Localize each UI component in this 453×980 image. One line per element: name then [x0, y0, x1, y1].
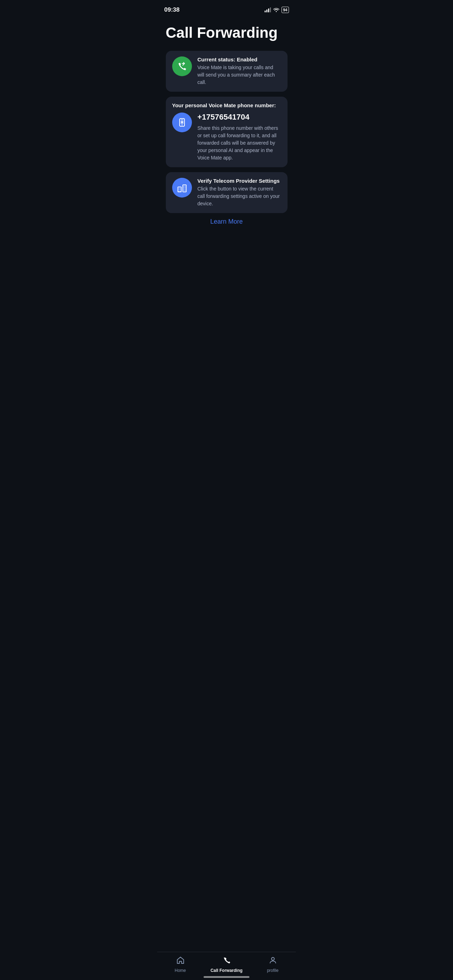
svg-rect-4 — [178, 187, 181, 192]
status-card-content: Current status: Enabled Voice Mate is ta… — [197, 56, 281, 86]
phone-number-icon — [172, 113, 192, 132]
svg-rect-5 — [183, 185, 186, 192]
phone-number-card: Your personal Voice Mate phone number: +… — [166, 97, 288, 167]
signal-icon — [265, 7, 271, 12]
status-bar: 09:38 94 — [157, 0, 296, 18]
learn-more-section: Learn More — [166, 218, 288, 226]
page-title: Call Forwarding — [166, 25, 288, 41]
telecom-card-content: Verify Telecom Provider Settings Click t… — [197, 178, 281, 207]
svg-rect-6 — [178, 188, 179, 189]
wifi-icon — [273, 7, 280, 13]
learn-more-link[interactable]: Learn More — [210, 218, 243, 225]
svg-rect-14 — [183, 187, 184, 188]
svg-rect-15 — [185, 187, 186, 188]
svg-rect-19 — [185, 190, 186, 191]
svg-point-3 — [181, 122, 183, 123]
status-icons: 94 — [265, 7, 289, 13]
phone-number-row: +17576541704 Share this phone number wit… — [172, 113, 281, 162]
telecom-title: Verify Telecom Provider Settings — [197, 178, 281, 184]
svg-rect-13 — [185, 186, 186, 187]
status-time: 09:38 — [164, 6, 180, 13]
svg-rect-10 — [178, 191, 179, 192]
svg-rect-7 — [180, 188, 181, 189]
status-card: Current status: Enabled Voice Mate is ta… — [166, 51, 288, 92]
svg-rect-16 — [183, 189, 184, 189]
page-content: Call Forwarding Current status: Enabled … — [157, 18, 296, 268]
call-status-icon — [172, 56, 192, 76]
telecom-description: Click the button to view the current cal… — [197, 185, 281, 207]
phone-number-description: Share this phone number with others or s… — [197, 124, 281, 162]
phone-number-header: Your personal Voice Mate phone number: — [172, 102, 276, 108]
telecom-icon — [172, 178, 192, 197]
status-description: Voice Mate is taking your calls and will… — [197, 64, 281, 86]
status-title: Current status: Enabled — [197, 56, 281, 62]
svg-rect-11 — [180, 191, 181, 192]
phone-number-content: +17576541704 Share this phone number wit… — [197, 113, 281, 162]
battery-icon: 94 — [281, 7, 289, 13]
svg-rect-12 — [183, 186, 184, 187]
phone-number: +17576541704 — [197, 113, 281, 122]
telecom-card[interactable]: Verify Telecom Provider Settings Click t… — [166, 172, 288, 213]
svg-rect-17 — [185, 189, 186, 189]
svg-rect-18 — [183, 190, 184, 191]
svg-rect-9 — [180, 189, 181, 190]
svg-rect-8 — [178, 189, 179, 190]
svg-point-1 — [181, 124, 183, 126]
